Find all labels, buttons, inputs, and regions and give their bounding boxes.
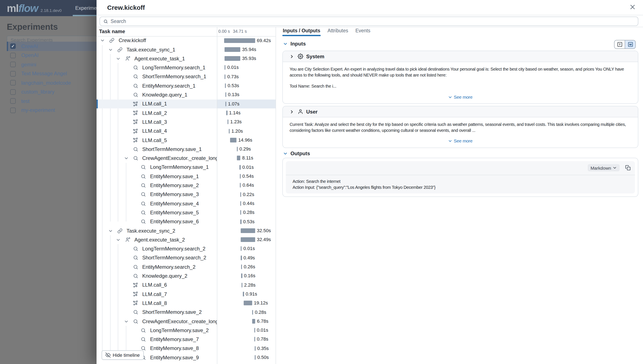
llm-model-icon bbox=[132, 282, 139, 288]
span-row-LLM.call_7[interactable]: LLM.call_70.91s bbox=[96, 290, 276, 299]
llm-model-icon bbox=[132, 300, 139, 306]
chevron-down-icon[interactable] bbox=[99, 38, 106, 42]
span-name-cell: EntityMemory.save_2 bbox=[96, 181, 217, 190]
span-row-LongTermMemory.save_1[interactable]: LongTermMemory.save_10.01s bbox=[96, 163, 276, 172]
timeline-cell: 0.64s bbox=[217, 181, 276, 190]
span-row-EntityMemory.save_2[interactable]: EntityMemory.save_20.64s bbox=[96, 181, 276, 190]
span-row-EntityMemory.save_7[interactable]: EntityMemory.save_70.78s bbox=[96, 335, 276, 344]
close-icon[interactable] bbox=[630, 4, 637, 12]
span-name-label: LLM.call_7 bbox=[142, 291, 167, 297]
span-row-LLM.call_4[interactable]: LLM.call_41.20s bbox=[96, 126, 276, 136]
span-row-Knowledge.query_1[interactable]: Knowledge.query_10.13s bbox=[96, 90, 276, 100]
search-icon bbox=[132, 254, 139, 261]
duration-label: 0.50s bbox=[257, 355, 269, 360]
span-name-label: ShortTermMemory.search_1 bbox=[142, 74, 206, 80]
user-card-header[interactable]: User bbox=[283, 106, 638, 117]
span-name-label: ShortTermMemory.save_1 bbox=[142, 146, 202, 152]
duration-bar bbox=[240, 183, 241, 188]
span-row-LongTermMemory.search_1[interactable]: LongTermMemory.search_10.01s bbox=[96, 63, 276, 72]
inputs-section-header[interactable]: Inputs bbox=[283, 41, 306, 47]
span-row-ShortTermMemory.search_1[interactable]: ShortTermMemory.search_10.73s bbox=[96, 72, 276, 82]
span-row-LLM.call_6[interactable]: LLM.call_62.28s bbox=[96, 280, 276, 290]
timeline-cell: 0.78s bbox=[217, 335, 276, 344]
duration-label: 0.44s bbox=[243, 201, 254, 206]
tab-inputs-outputs[interactable]: Inputs / Outputs bbox=[282, 27, 321, 36]
span-row-Knowledge.query_2[interactable]: Knowledge.query_20.16s bbox=[96, 272, 276, 281]
span-row-LongTermMemory.search_2[interactable]: LongTermMemory.search_20.01s bbox=[96, 244, 276, 254]
timeline-cell: 8.11s bbox=[217, 154, 276, 163]
span-row-LLM.call_2[interactable]: LLM.call_21.14s bbox=[96, 108, 276, 118]
system-message-text: You are City Selection Expert. An expert… bbox=[290, 66, 631, 78]
span-row-CrewAgentExecutor._create_long_term_memory[interactable]: CrewAgentExecutor._create_long_term_memo… bbox=[96, 317, 276, 326]
chevron-down-icon[interactable] bbox=[115, 238, 122, 242]
span-row-LongTermMemory.save_2[interactable]: LongTermMemory.save_20.01s bbox=[96, 326, 276, 335]
chevron-down-icon[interactable] bbox=[107, 228, 114, 233]
user-message-text: Current Task: Analyze and select the bes… bbox=[290, 122, 631, 133]
experiment-name-link[interactable]: Text Message Angel bbox=[21, 71, 67, 77]
system-card-header[interactable]: System bbox=[283, 51, 638, 62]
duration-label: 14.96s bbox=[238, 137, 252, 142]
span-row-Task.execute_sync_1[interactable]: Task.execute_sync_135.94s bbox=[96, 45, 276, 54]
text-view-button[interactable]: T bbox=[614, 40, 625, 48]
checkbox-unchecked[interactable] bbox=[10, 53, 16, 58]
span-row-LLM.call_1[interactable]: LLM.call_11.07s bbox=[96, 99, 276, 108]
chevron-down-icon[interactable] bbox=[123, 319, 130, 324]
checkbox-unchecked[interactable] bbox=[10, 89, 16, 95]
span-row-LLM.call_5[interactable]: LLM.call_514.96s bbox=[96, 136, 276, 145]
checkbox-unchecked[interactable] bbox=[10, 71, 16, 76]
span-name-cell: EntityMemory.save_3 bbox=[96, 190, 217, 199]
span-row-EntityMemory.save_5[interactable]: EntityMemory.save_50.28s bbox=[96, 208, 276, 217]
checkbox-unchecked[interactable] bbox=[10, 108, 16, 113]
span-row-Task.execute_sync_2[interactable]: Task.execute_sync_232.50s bbox=[96, 226, 276, 235]
experiment-name-link[interactable]: langchain_modelcode bbox=[21, 80, 71, 86]
span-row-Agent.execute_task_2[interactable]: Agent.execute_task_232.49s bbox=[96, 235, 276, 244]
span-row-LLM.call_3[interactable]: LLM.call_31.23s bbox=[96, 118, 276, 127]
span-row-LLM.call_8[interactable]: LLM.call_819.12s bbox=[96, 299, 276, 308]
trace-search-input[interactable]: Search bbox=[100, 16, 638, 26]
experiment-name-link[interactable]: OpenAI bbox=[21, 52, 38, 58]
span-row-EntityMemory.save_4[interactable]: EntityMemory.save_40.44s bbox=[96, 199, 276, 208]
experiments-heading: Experiments bbox=[7, 22, 58, 32]
experiment-name-link[interactable]: my-experiment bbox=[21, 107, 55, 113]
chevron-down-icon[interactable] bbox=[107, 48, 114, 52]
span-row-ShortTermMemory.save_2[interactable]: ShortTermMemory.save_20.28s bbox=[96, 308, 276, 317]
tab-attributes[interactable]: Attributes bbox=[327, 27, 348, 36]
span-row-EntityMemory.save_1[interactable]: EntityMemory.save_10.54s bbox=[96, 172, 276, 181]
tab-events[interactable]: Events bbox=[355, 27, 370, 36]
system-see-more-link[interactable]: See more bbox=[290, 94, 631, 100]
experiment-name-link[interactable]: gemini bbox=[21, 62, 36, 68]
span-row-Crew.kickoff[interactable]: Crew.kickoff69.42s bbox=[96, 36, 276, 45]
checkbox-unchecked[interactable] bbox=[10, 98, 16, 104]
span-row-EntityMemory.search_1[interactable]: EntityMemory.search_10.53s bbox=[96, 81, 276, 90]
chevron-down-icon[interactable] bbox=[115, 56, 122, 61]
span-name-label: Knowledge.query_2 bbox=[142, 273, 187, 279]
experiment-name-link[interactable]: custom_library bbox=[21, 89, 54, 95]
checkbox-unchecked[interactable] bbox=[10, 62, 16, 68]
duration-bar bbox=[241, 282, 242, 287]
span-name-cell: EntityMemory.search_2 bbox=[96, 262, 217, 272]
mlflow-logo[interactable]: mlflow 2.18.1.dev0 bbox=[7, 2, 62, 14]
checkbox-unchecked[interactable] bbox=[10, 80, 16, 86]
span-row-EntityMemory.search_2[interactable]: EntityMemory.search_20.26s bbox=[96, 262, 276, 272]
copy-icon[interactable] bbox=[625, 165, 631, 170]
experiment-name-link[interactable]: test bbox=[21, 98, 30, 104]
span-row-ShortTermMemory.search_2[interactable]: ShortTermMemory.search_20.49s bbox=[96, 254, 276, 262]
outputs-section-header[interactable]: Outputs bbox=[283, 150, 310, 156]
format-selector-dropdown[interactable]: Markdown bbox=[588, 164, 620, 171]
render-mode-toggle: TM bbox=[614, 40, 636, 49]
duration-bar bbox=[226, 102, 226, 106]
markdown-view-button[interactable]: M bbox=[625, 40, 635, 48]
span-row-EntityMemory.save_6[interactable]: EntityMemory.save_60.53s bbox=[96, 217, 276, 226]
user-see-more-link[interactable]: See more bbox=[290, 138, 631, 144]
checkbox-checked[interactable]: ✓ bbox=[10, 44, 16, 49]
hide-timeline-button[interactable]: Hide timeline bbox=[102, 350, 144, 360]
timeline-cell: 0.35s bbox=[217, 344, 276, 353]
span-row-EntityMemory.save_3[interactable]: EntityMemory.save_30.22s bbox=[96, 190, 276, 199]
duration-label: 8.11s bbox=[242, 156, 253, 160]
span-row-ShortTermMemory.save_1[interactable]: ShortTermMemory.save_10.29s bbox=[96, 144, 276, 154]
span-row-Agent.execute_task_1[interactable]: Agent.execute_task_135.93s bbox=[96, 54, 276, 63]
experiment-name-link[interactable]: CrewAI bbox=[21, 43, 38, 49]
chevron-down-icon[interactable] bbox=[123, 156, 130, 160]
timeline-cell: 0.73s bbox=[217, 72, 276, 82]
span-row-CrewAgentExecutor._create_long_term_memory[interactable]: CrewAgentExecutor._create_long_term_memo… bbox=[96, 154, 276, 163]
